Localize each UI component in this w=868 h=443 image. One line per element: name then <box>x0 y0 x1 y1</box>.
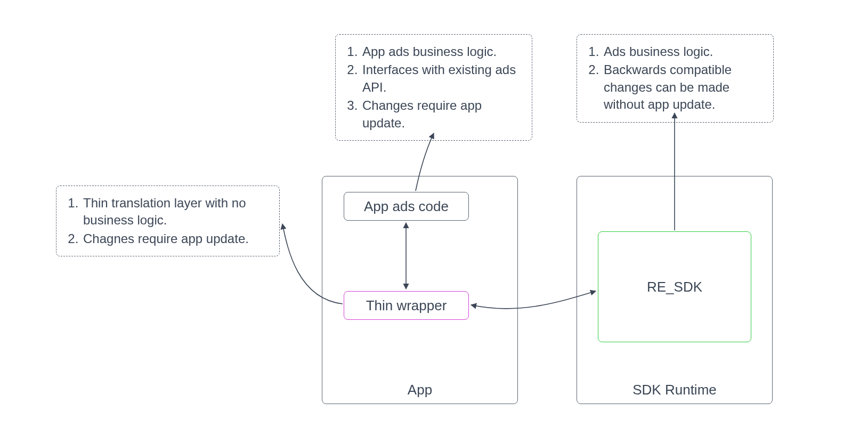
note-thin-wrapper: Thin translation layer with no business … <box>56 186 280 256</box>
note-app-ads-item: App ads business logic. <box>361 43 522 60</box>
note-sdk-runtime-item: Backwards compatible changes can be made… <box>603 61 764 113</box>
diagram-canvas: App SDK Runtime App ads code Thin wrappe… <box>0 0 868 443</box>
note-app-ads: App ads business logic. Interfaces with … <box>335 34 532 141</box>
note-app-ads-item: Changes require app update. <box>361 97 522 132</box>
note-sdk-runtime: Ads business logic. Backwards compatible… <box>577 34 774 123</box>
thin-wrapper-box: Thin wrapper <box>344 291 469 320</box>
note-app-ads-item: Interfaces with existing ads API. <box>361 61 522 96</box>
app-ads-code-label: App ads code <box>364 198 449 215</box>
app-ads-code-box: App ads code <box>344 192 469 221</box>
note-sdk-runtime-item: Ads business logic. <box>603 43 764 60</box>
re-sdk-box: RE_SDK <box>598 231 751 342</box>
re-sdk-label: RE_SDK <box>647 279 702 295</box>
note-thin-wrapper-item: Thin translation layer with no business … <box>82 195 270 229</box>
note-thin-wrapper-item: Chagnes require app update. <box>82 230 270 247</box>
sdk-runtime-container-label: SDK Runtime <box>577 382 772 398</box>
thin-wrapper-label: Thin wrapper <box>366 297 447 314</box>
app-container-label: App <box>322 382 517 398</box>
